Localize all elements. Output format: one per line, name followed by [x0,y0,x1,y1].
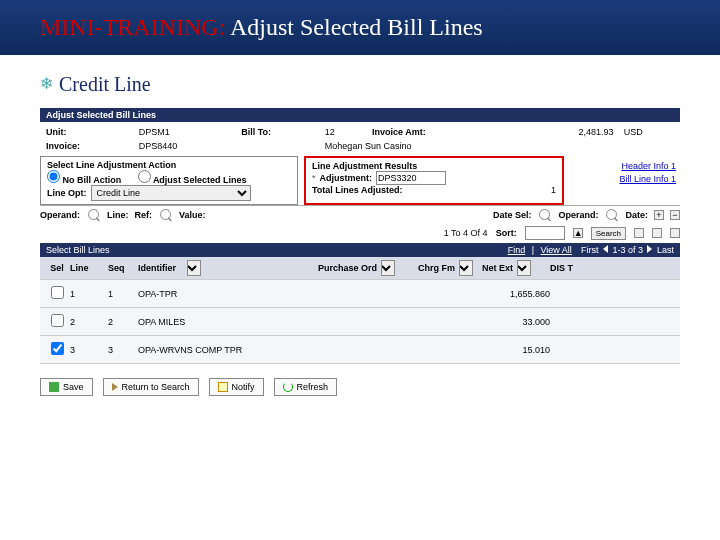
save-button[interactable]: Save [40,378,93,396]
grid-first-label: First [581,245,599,255]
line-label: Line: [107,210,129,220]
row-identifier: OPA-TPR [138,289,318,299]
row-seq: 3 [108,345,138,355]
lineopt-row: Line Opt: Credit Line [47,185,291,201]
action-panel: Select Line Adjustment Action No Bill Ac… [40,156,298,205]
action-panel-title: Select Line Adjustment Action [47,160,291,170]
adjustment-input[interactable] [376,171,446,185]
pager-mini-2[interactable] [652,228,662,238]
search-button[interactable]: Search [591,227,626,240]
refresh-icon [283,382,293,392]
row-select-checkbox[interactable] [51,314,64,327]
results-panel: Line Adjustment Results * Adjustment: To… [304,156,564,205]
row-net: 33.000 [482,317,550,327]
grid-find-link[interactable]: Find [508,245,526,255]
unit-value: DPSM1 [135,126,235,138]
grid-header: Sel Line Seq Identifier Purchase Ord Chr… [40,257,680,280]
row-select-checkbox[interactable] [51,286,64,299]
total-adjusted-label: Total Lines Adjusted: [312,185,403,195]
refresh-button[interactable]: Refresh [274,378,338,396]
sort-asc-icon[interactable]: ▲ [573,228,583,238]
radio-no-bill-action[interactable]: No Bill Action [47,175,121,185]
col-chrg-select[interactable] [459,260,473,276]
sort-input[interactable] [525,226,565,240]
radio-adjust-selected[interactable]: Adjust Selected Lines [138,175,247,185]
col-line: Line [70,263,108,273]
col-po: Purchase Ord [318,260,418,276]
row-identifier: OPA-WRVNS COMP TPR [138,345,318,355]
col-seq: Seq [108,263,138,273]
grid-prev-icon[interactable] [603,245,608,253]
billto-value: 12 [321,126,366,138]
pager-mini-3[interactable] [670,228,680,238]
col-chrg: Chrg Fm [418,260,482,276]
total-adjusted-row: Total Lines Adjusted: 1 [312,185,556,195]
criteria-row: Operand: Line: Ref: Value: Date Sel: Ope… [40,205,680,223]
table-row: 22OPA MILES33.000 [40,308,680,336]
return-to-search-button[interactable]: Return to Search [103,378,199,396]
sort-label: Sort: [496,228,517,238]
ref-label: Ref: [135,210,153,220]
lineopt-label: Line Opt: [47,188,87,198]
bill-line-info-link[interactable]: Bill Line Info 1 [574,174,676,184]
slide-title-prefix: MINI-TRAINING: [40,14,225,40]
col-net: Net Ext [482,260,550,276]
row-net: 1,655.860 [482,289,550,299]
invamt-label: Invoice Amt: [368,126,523,138]
total-adjusted-value: 1 [551,185,556,195]
slide-title-suffix: Adjust Selected Bill Lines [230,14,483,40]
row-identifier: OPA MILES [138,317,318,327]
header-info-link[interactable]: Header Info 1 [574,161,676,171]
row-line: 3 [70,345,108,355]
panels-row: Select Line Adjustment Action No Bill Ac… [40,156,680,205]
datesel-lookup-icon[interactable] [539,209,550,220]
invamt-value: 2,481.93 [525,126,618,138]
pager-row: 1 To 4 Of 4 Sort: ▲ Search [40,223,680,243]
grid-body: 11OPA-TPR1,655.86022OPA MILES33.00033OPA… [40,280,680,364]
results-panel-title: Line Adjustment Results [312,161,556,171]
adjustment-row: * Adjustment: [312,171,556,185]
billto-label: Bill To: [237,126,319,138]
col-identifier: Identifier [138,260,318,276]
row-line: 2 [70,317,108,327]
operand2-label: Operand: [558,210,598,220]
operand-lookup-icon[interactable] [88,209,99,220]
radio-adjust-selected-input[interactable] [138,170,151,183]
invoice-label: Invoice: [42,140,133,152]
adjustment-label: Adjustment: [320,173,373,183]
date-label: Date: [625,210,648,220]
back-icon [112,383,118,391]
col-net-select[interactable] [517,260,531,276]
unit-label: Unit: [42,126,133,138]
radio-no-bill-action-input[interactable] [47,170,60,183]
grid-range: 1-3 of 3 [612,245,643,255]
row-net: 15.010 [482,345,550,355]
table-row: 11OPA-TPR1,655.860 [40,280,680,308]
app-content: Adjust Selected Bill Lines Unit: DPSM1 B… [0,108,720,396]
value-label: Value: [179,210,206,220]
ref-lookup-icon[interactable] [160,209,171,220]
slide-title: MINI-TRAINING: Adjust Selected Bill Line… [40,14,680,41]
links-column: Header Info 1 Bill Line Info 1 [570,156,680,205]
datesel-label: Date Sel: [493,210,532,220]
grid-title-bar: Select Bill Lines Find | View All First … [40,243,680,257]
lineopt-select[interactable]: Credit Line [91,185,251,201]
row-seq: 2 [108,317,138,327]
col-sel: Sel [44,263,70,273]
grid-next-icon[interactable] [647,245,652,253]
pager-range: 1 To 4 Of 4 [444,228,488,238]
page-title: Adjust Selected Bill Lines [40,108,680,122]
notify-icon [218,382,228,392]
pager-mini-1[interactable] [634,228,644,238]
add-row-icon[interactable]: + [654,210,664,220]
col-identifier-select[interactable] [187,260,201,276]
snowflake-icon: ❄ [40,74,53,93]
slide-banner: MINI-TRAINING: Adjust Selected Bill Line… [0,0,720,55]
remove-row-icon[interactable]: − [670,210,680,220]
operand2-lookup-icon[interactable] [606,209,617,220]
row-select-checkbox[interactable] [51,342,64,355]
header-block: Unit: DPSM1 Bill To: 12 Invoice Amt: 2,4… [40,124,680,154]
grid-viewall-link[interactable]: View All [541,245,572,255]
notify-button[interactable]: Notify [209,378,264,396]
col-po-select[interactable] [381,260,395,276]
